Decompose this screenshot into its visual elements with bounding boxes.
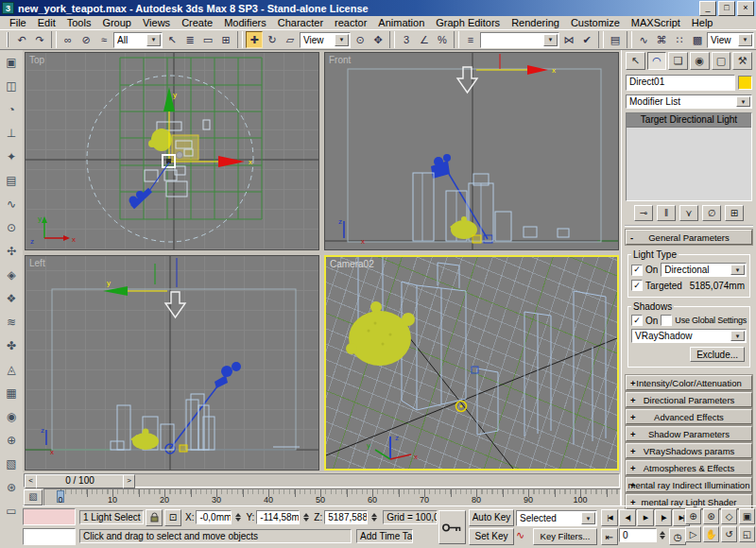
light-on-checkbox[interactable]: ✓ <box>631 265 643 276</box>
buildings-wireframe[interactable] <box>413 173 569 241</box>
track-bar[interactable]: 0102030405060708090100 <box>43 488 621 506</box>
menu-help[interactable]: Help <box>686 17 719 28</box>
targeted-checkbox[interactable]: ✓ <box>631 280 643 291</box>
chevron-down-icon[interactable]: ▼ <box>581 512 595 524</box>
time-slider-handle[interactable]: 0 / 100 <box>36 474 124 488</box>
modifier-stack-selected-item[interactable]: Target Directional Light <box>627 113 751 128</box>
zoom-region-tool-icon[interactable]: ⊛ <box>3 478 21 496</box>
field-of-view-button[interactable]: ▷ <box>685 526 701 542</box>
reactor-hinge-constraint-icon[interactable]: ◈ <box>3 265 21 283</box>
rollout-intensity-color-attenuation[interactable]: +Intensity/Color/Attenuation <box>626 375 752 390</box>
previous-frame-button[interactable]: ◀| <box>619 509 636 526</box>
reactor-point-point-constraint-icon[interactable]: ✣ <box>3 242 21 260</box>
viewport-left[interactable]: Left y <box>25 255 319 471</box>
object-color-swatch[interactable] <box>738 76 752 90</box>
select-by-name-icon[interactable]: ≣ <box>181 31 198 48</box>
next-frame-arrow[interactable]: > <box>123 474 135 488</box>
menu-rendering[interactable]: Rendering <box>506 17 565 28</box>
window-crossing-icon[interactable]: ⊞ <box>217 31 234 48</box>
viewport-front-label[interactable]: Front <box>329 55 351 65</box>
chevron-down-icon[interactable]: ▼ <box>543 34 558 46</box>
zoom-extents-button[interactable]: ◇ <box>721 508 737 524</box>
chevron-down-icon[interactable]: ▼ <box>146 34 161 46</box>
rollout-shadow-parameters[interactable]: +Shadow Parameters <box>626 426 752 441</box>
modifier-stack[interactable]: Target Directional Light <box>626 112 752 201</box>
select-object-icon[interactable]: ↖ <box>163 31 180 48</box>
chevron-down-icon[interactable]: ▼ <box>335 34 349 46</box>
reactor-motor-icon[interactable]: ❖ <box>3 289 21 307</box>
reactor-rigid-body-collection-icon[interactable]: ▣ <box>3 53 21 71</box>
render-preset-dropdown[interactable]: View▼ <box>707 32 754 48</box>
reactor-utility-window-icon[interactable]: ▧ <box>3 454 21 472</box>
time-slider-track[interactable]: < 0 / 100 > <box>24 473 620 488</box>
shadows-on-checkbox[interactable]: ✓ <box>631 315 643 326</box>
menu-create[interactable]: Create <box>176 17 218 28</box>
next-frame-button[interactable]: |▶ <box>655 509 672 526</box>
chevron-down-icon[interactable]: ▼ <box>730 265 745 275</box>
z-coordinate-field[interactable]: 5187,588mm <box>324 510 368 524</box>
pin-stack-button[interactable]: ⊸ <box>634 205 653 221</box>
auto-key-button[interactable]: Auto Key <box>469 509 514 526</box>
menu-views[interactable]: Views <box>137 17 176 28</box>
align-icon[interactable]: ✔ <box>578 31 595 48</box>
select-and-scale-icon[interactable]: ▱ <box>282 31 299 48</box>
y-coordinate-field[interactable]: -114,58mm <box>256 510 300 524</box>
viewport-top[interactable]: Top <box>25 52 319 250</box>
schematic-view-icon[interactable]: ⌘ <box>653 31 670 48</box>
key-mode-toggle-button[interactable]: ⇤ <box>601 528 618 545</box>
open-mini-curve-editor-button[interactable]: ▧ <box>24 489 43 505</box>
light-type-dropdown[interactable]: Directional ▼ <box>661 263 747 277</box>
motion-tab[interactable]: ◉ <box>690 52 710 70</box>
play-button[interactable]: ▶ <box>637 509 654 526</box>
light-target-box[interactable] <box>472 235 481 243</box>
teapot-shaded[interactable] <box>346 301 415 366</box>
teapot-left[interactable] <box>130 429 159 451</box>
rollout-directional-parameters[interactable]: +Directional Parameters <box>626 392 752 407</box>
utilities-tab[interactable]: ⚒ <box>732 52 752 70</box>
chevron-down-icon[interactable]: ▼ <box>738 34 752 46</box>
render-scene-dialog-icon[interactable]: ▩ <box>689 31 706 48</box>
key-filter-selection-dropdown[interactable]: Selected ▼ <box>516 510 597 526</box>
select-and-link-icon[interactable]: ∞ <box>60 31 77 48</box>
viewport-front[interactable]: Front x <box>324 52 619 250</box>
add-time-tag[interactable]: Add Time Tag <box>356 529 413 543</box>
reactor-toy-car-icon[interactable]: ✤ <box>3 336 21 354</box>
viewport-top-label[interactable]: Top <box>29 55 44 65</box>
redo-icon[interactable]: ↷ <box>31 31 48 48</box>
restore-button[interactable]: □ <box>718 1 735 16</box>
light-target-box[interactable] <box>180 445 187 452</box>
toolbar-grip[interactable] <box>7 32 9 47</box>
menu-animation[interactable]: Animation <box>372 17 430 28</box>
edit-named-selection-sets-icon[interactable]: ≡ <box>462 31 479 48</box>
use-pivot-point-center-icon[interactable]: ⊙ <box>352 31 369 48</box>
remove-modifier-button[interactable]: ∅ <box>702 205 721 221</box>
undo-icon[interactable]: ↶ <box>13 31 30 48</box>
create-tab[interactable]: ↖ <box>626 52 645 70</box>
percent-snap-icon[interactable]: % <box>434 31 451 48</box>
key-filters-button[interactable]: Key Filters... <box>533 528 597 545</box>
reactor-constraint-solver-icon[interactable]: ⊙ <box>3 218 21 236</box>
reactor-soft-body-collection-icon[interactable]: ◔ <box>3 100 21 118</box>
menu-modifiers[interactable]: Modifiers <box>218 17 272 28</box>
reactor-fracture-icon[interactable]: ◬ <box>3 360 21 378</box>
set-key-button[interactable]: Set Key <box>469 528 514 545</box>
y-spinner[interactable] <box>301 510 310 524</box>
menu-graph-editors[interactable]: Graph Editors <box>430 17 506 28</box>
viewport-camera[interactable]: Camera02 <box>324 255 619 471</box>
min-max-toggle-button[interactable]: ◱ <box>739 526 755 542</box>
reactor-cloth-collection-icon[interactable]: ◫ <box>3 77 21 94</box>
rollout-mental-ray-indirect-illumination[interactable]: +mental ray Indirect Illumination <box>626 477 752 492</box>
menu-maxscript[interactable]: MAXScript <box>626 17 686 28</box>
configure-modifier-sets-button[interactable]: ⊞ <box>725 205 744 221</box>
rollout-general-parameters[interactable]: - General Parameters <box>626 230 752 245</box>
menu-tools[interactable]: Tools <box>61 17 97 28</box>
reactor-plane-icon[interactable]: ▤ <box>3 171 21 189</box>
reactor-deforming-mesh-collection-icon[interactable]: ✦ <box>3 147 21 165</box>
reference-coordinate-dropdown[interactable]: View▼ <box>300 32 351 48</box>
teapot-top[interactable] <box>148 128 172 151</box>
x-coordinate-field[interactable]: -0,0mm <box>196 510 232 524</box>
current-frame-field[interactable]: 0 <box>619 528 657 542</box>
select-and-rotate-icon[interactable]: ↻ <box>264 31 281 48</box>
rollout-advanced-effects[interactable]: +Advanced Effects <box>626 409 752 424</box>
reactor-wind-icon[interactable]: ≋ <box>3 313 21 331</box>
